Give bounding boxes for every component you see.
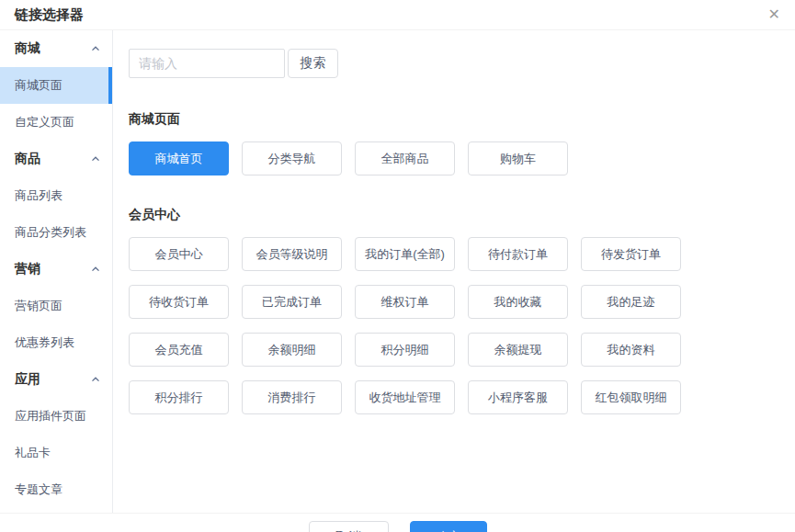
chevron-up-icon xyxy=(91,265,100,274)
link-button-balance-withdrawal[interactable]: 余额提现 xyxy=(468,333,568,367)
section-title-0: 商城页面 xyxy=(129,111,795,128)
link-button-my-orders-all[interactable]: 我的订单(全部) xyxy=(355,237,455,271)
link-button-completed-orders[interactable]: 已完成订单 xyxy=(242,285,342,319)
sidebar-group-goods[interactable]: 商品 xyxy=(0,141,112,177)
link-button-points-details[interactable]: 积分明细 xyxy=(355,333,455,367)
confirm-button[interactable]: 确定 xyxy=(410,521,487,532)
sections: 商城页面商城首页分类导航全部商品购物车会员中心会员中心会员等级说明我的订单(全部… xyxy=(129,111,795,428)
sidebar-group-marketing[interactable]: 营销 xyxy=(0,251,112,288)
section-1: 会员中心会员中心会员等级说明我的订单(全部)待付款订单待发货订单待收货订单已完成… xyxy=(129,207,795,428)
sidebar-item-label-topic-articles: 专题文章 xyxy=(15,481,62,498)
cancel-button[interactable]: 取消 xyxy=(309,521,389,532)
link-button-my-profile[interactable]: 我的资料 xyxy=(581,333,681,367)
sidebar-group-label-marketing: 营销 xyxy=(15,261,40,277)
sidebar-item-goods-list[interactable]: 商品列表 xyxy=(0,177,112,214)
link-button-member-center[interactable]: 会员中心 xyxy=(129,237,229,271)
link-button-dispute-orders[interactable]: 维权订单 xyxy=(355,285,455,319)
link-button-consumption-ranking[interactable]: 消费排行 xyxy=(242,380,342,414)
search-row: 搜索 xyxy=(129,49,795,78)
sidebar-item-label-app-plugin-pages: 应用插件页面 xyxy=(15,408,86,424)
link-button-points-ranking[interactable]: 积分排行 xyxy=(129,380,229,414)
sidebar-item-coupon-list[interactable]: 优惠券列表 xyxy=(0,324,112,361)
sidebar-group-label-mall: 商城 xyxy=(15,40,40,57)
link-button-category-nav[interactable]: 分类导航 xyxy=(242,141,342,175)
link-button-member-level-info[interactable]: 会员等级说明 xyxy=(242,237,342,271)
sidebar-group-apps[interactable]: 应用 xyxy=(0,361,112,398)
dialog-footer: 取消 确定 xyxy=(0,513,795,532)
sidebar: 商城商城页面自定义页面商品商品列表商品分类列表营销营销页面优惠券列表应用应用插件… xyxy=(0,30,113,513)
chevron-up-icon xyxy=(91,375,100,384)
sidebar-item-gift-card[interactable]: 礼品卡 xyxy=(0,435,112,471)
main-content: 搜索 商城页面商城首页分类导航全部商品购物车会员中心会员中心会员等级说明我的订单… xyxy=(113,30,795,513)
link-button-balance-details[interactable]: 余额明细 xyxy=(242,333,342,367)
chevron-up-icon xyxy=(91,44,100,53)
dialog-title: 链接选择器 xyxy=(15,6,84,24)
sidebar-item-label-goods-category-list: 商品分类列表 xyxy=(15,224,86,241)
link-button-cart[interactable]: 购物车 xyxy=(468,141,568,175)
search-button[interactable]: 搜索 xyxy=(288,49,338,78)
link-button-address-management[interactable]: 收货地址管理 xyxy=(355,380,455,414)
sidebar-group-label-goods: 商品 xyxy=(15,151,40,167)
link-button-member-recharge[interactable]: 会员充值 xyxy=(129,333,229,367)
link-button-pending-payment-orders[interactable]: 待付款订单 xyxy=(468,237,568,271)
close-icon[interactable]: ✕ xyxy=(768,7,780,22)
sidebar-item-label-gift-card: 礼品卡 xyxy=(15,445,51,461)
link-button-all-goods[interactable]: 全部商品 xyxy=(355,141,455,175)
sidebar-item-goods-category-list[interactable]: 商品分类列表 xyxy=(0,214,112,251)
dialog-body: 商城商城页面自定义页面商品商品列表商品分类列表营销营销页面优惠券列表应用应用插件… xyxy=(0,30,795,513)
sidebar-item-app-plugin-pages[interactable]: 应用插件页面 xyxy=(0,398,112,435)
sidebar-item-label-marketing-pages: 营销页面 xyxy=(15,298,62,314)
sidebar-item-label-goods-list: 商品列表 xyxy=(15,187,62,204)
search-input[interactable] xyxy=(129,49,285,78)
link-button-redpacket-claim-details[interactable]: 红包领取明细 xyxy=(581,380,681,414)
link-button-my-footprints[interactable]: 我的足迹 xyxy=(581,285,681,319)
sidebar-item-topic-articles[interactable]: 专题文章 xyxy=(0,471,112,508)
sidebar-group-mall[interactable]: 商城 xyxy=(0,30,112,67)
chevron-up-icon xyxy=(91,154,100,164)
section-links-0: 商城首页分类导航全部商品购物车 xyxy=(129,141,708,189)
link-button-my-favorites[interactable]: 我的收藏 xyxy=(468,285,568,319)
sidebar-item-label-custom-pages: 自定义页面 xyxy=(15,114,74,130)
sidebar-item-marketing-pages[interactable]: 营销页面 xyxy=(0,288,112,324)
section-title-1: 会员中心 xyxy=(129,207,795,223)
sidebar-item-label-coupon-list: 优惠券列表 xyxy=(15,334,74,351)
sidebar-item-label-mall-pages: 商城页面 xyxy=(15,77,62,94)
section-0: 商城页面商城首页分类导航全部商品购物车 xyxy=(129,111,795,189)
link-button-miniprogram-service[interactable]: 小程序客服 xyxy=(468,380,568,414)
link-selector-dialog: 链接选择器 ✕ 商城商城页面自定义页面商品商品列表商品分类列表营销营销页面优惠券… xyxy=(0,0,795,532)
sidebar-item-mall-pages[interactable]: 商城页面 xyxy=(0,67,112,104)
dialog-header: 链接选择器 ✕ xyxy=(0,0,795,30)
sidebar-item-custom-pages[interactable]: 自定义页面 xyxy=(0,104,112,141)
link-button-mall-home[interactable]: 商城首页 xyxy=(129,141,229,175)
link-button-pending-shipment-orders[interactable]: 待发货订单 xyxy=(581,237,681,271)
link-button-pending-receipt-orders[interactable]: 待收货订单 xyxy=(129,285,229,319)
sidebar-group-label-apps: 应用 xyxy=(15,371,40,388)
section-links-1: 会员中心会员等级说明我的订单(全部)待付款订单待发货订单待收货订单已完成订单维权… xyxy=(129,237,708,428)
